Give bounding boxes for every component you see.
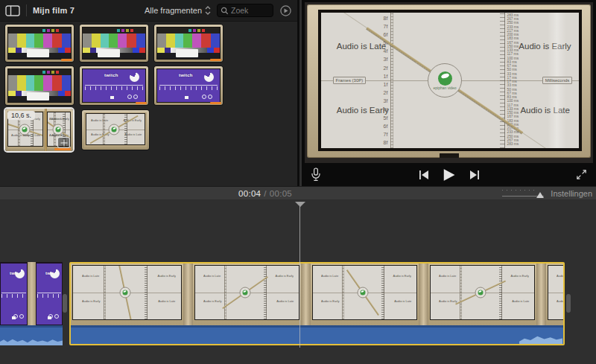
ms-axis-label: Milliseconds <box>542 77 573 84</box>
thumbnail-colorbars-3[interactable] <box>154 25 223 62</box>
thumbnail-sync-1[interactable]: 10,6 s. Audio is LateAudio is EarlyAudio… <box>5 109 73 151</box>
quadrant-label-tr: Audio is Early <box>393 275 411 278</box>
film-frame: Audio is LateAudio is EarlyAudio is Earl… <box>71 264 183 325</box>
square-graphic <box>110 96 114 99</box>
sidebar-toggle-button[interactable] <box>5 5 20 16</box>
epiphan-logo-text: epiphan video <box>434 86 457 90</box>
epiphan-logo <box>56 127 61 132</box>
quadrant-label-br: Audio is Late <box>276 300 294 303</box>
quadrant-label-br: Audio is Late <box>159 300 176 303</box>
quadrant-label-bl: Audio is Early <box>203 300 221 303</box>
sync-circle-logo <box>53 124 64 135</box>
filter-menu-button[interactable] <box>279 4 292 17</box>
fullscreen-button[interactable] <box>576 169 587 180</box>
frames-tick-label: 8f <box>371 16 387 21</box>
thumbnail-colorbars-2[interactable] <box>80 25 148 62</box>
quadrant-label-tl: Audio is Late <box>557 275 565 278</box>
clip-filter-dropdown[interactable]: Alle fragmenten <box>145 5 211 16</box>
frames-scale-line <box>342 266 344 319</box>
timecode-total: 00:05 <box>270 189 292 198</box>
frames-scale-line <box>390 13 393 148</box>
sync-circle-logo <box>239 287 250 298</box>
sync-test-pattern: Audio is LateAudio is EarlyAudio is Earl… <box>194 265 299 320</box>
frames-scale-line <box>224 266 226 319</box>
frame-bezel-gap <box>419 264 428 325</box>
ms-tick-label: 283 ms <box>507 143 519 147</box>
epiphan-logo <box>438 71 452 86</box>
epiphan-logo <box>242 290 247 296</box>
frames-scale-line <box>104 266 106 319</box>
quadrant-label-br: Audio is Late <box>394 300 411 303</box>
timecode-current: 00:04 <box>238 189 261 198</box>
quadrant-label-tl: Audio is Late <box>439 275 456 278</box>
thumbnail-twitch-2[interactable]: twitch <box>154 66 223 105</box>
frames-tick-label: 7f <box>371 24 387 29</box>
previous-frame-button[interactable] <box>419 170 428 179</box>
search-field[interactable] <box>217 4 273 17</box>
timecode-separator: / <box>264 189 267 198</box>
project-title: Mijn film 7 <box>33 6 74 15</box>
ruler-graphic <box>85 85 142 91</box>
film-frame: twitch <box>0 262 28 325</box>
sync-circle-logo <box>357 287 368 298</box>
thumbnail-colorbars-4[interactable] <box>5 66 74 105</box>
monitor-bezel: Audio is LateAudio is EarlyAudio is Earl… <box>307 4 591 158</box>
quadrant-label-br: Audio is Late <box>512 300 529 303</box>
quadrant-label-tr: Audio is Early <box>511 275 529 278</box>
sync-circle-logo <box>109 124 120 135</box>
timeline-clip-selected[interactable]: Audio is LateAudio is EarlyAudio is Earl… <box>69 262 565 345</box>
sync-test-pattern: Audio is LateAudio is EarlyAudio is Earl… <box>86 113 145 145</box>
play-icon <box>443 169 454 181</box>
frame-bezel-gap <box>183 264 193 325</box>
next-frame-button[interactable] <box>469 170 479 179</box>
filmstrip: Audio is LateAudio is EarlyAudio is Earl… <box>71 264 563 325</box>
duration-badge: 10,6 s. <box>7 111 35 120</box>
video-frame: Audio is LateAudio is EarlyAudio is Earl… <box>305 2 593 163</box>
expand-icon <box>576 169 587 180</box>
ms-scale-line <box>264 266 267 319</box>
settings-button[interactable]: Instellingen <box>551 189 592 198</box>
search-input[interactable] <box>231 6 267 15</box>
sync-circle-logo <box>119 287 130 298</box>
slider-thumb[interactable] <box>536 192 544 198</box>
film-frame: Audio is LateAudio is EarlyAudio is Earl… <box>428 264 536 325</box>
monitor-stand <box>440 153 459 158</box>
clip-browser: Mijn film 7 Alle fragmenten <box>0 0 299 186</box>
frames-tick-label: 8f <box>371 140 387 145</box>
clip-edge-handle-right[interactable] <box>566 294 571 313</box>
clip-edge-handle-left[interactable] <box>63 294 67 313</box>
quadrant-label-bl: Audio is Early <box>557 300 565 303</box>
quadrant-label-tl: Audio is Late <box>321 275 338 278</box>
add-to-timeline-button[interactable] <box>57 137 70 148</box>
imovie-window: Mijn film 7 Alle fragmenten <box>0 0 596 364</box>
sync-test-pattern: Audio is LateAudio is EarlyAudio is Earl… <box>312 265 417 320</box>
thumbnail-sync-2[interactable]: Audio is LateAudio is EarlyAudio is Earl… <box>82 110 149 150</box>
epiphan-logo <box>478 290 483 296</box>
square-graphic <box>12 316 16 319</box>
timeline-zoom-slider[interactable] <box>502 189 544 198</box>
sync-circle-logo <box>475 287 486 298</box>
timeline-clip-twitch[interactable]: twitch twitch <box>0 262 63 345</box>
thumbnail-twitch-1[interactable]: twitch <box>80 66 148 105</box>
play-button[interactable] <box>443 169 454 181</box>
twitch-logo-text: twitch <box>179 73 193 78</box>
frames-tick-label: 5f <box>371 115 387 121</box>
ruler-graphic <box>1 293 25 298</box>
ms-scale-line <box>381 266 384 319</box>
colorbars-image <box>7 68 72 103</box>
clip-filter-label: Alle fragmenten <box>145 6 202 15</box>
playhead[interactable] <box>295 202 305 207</box>
frames-tick-label: 2f <box>371 66 387 71</box>
timeline[interactable]: twitch twitch Audio is LateAudio is Earl… <box>0 202 596 364</box>
timecode-display: 00:04 / 00:05 <box>238 189 292 198</box>
sync-circle-logo: epiphan video <box>428 63 462 98</box>
chevron-updown-icon <box>205 5 211 16</box>
twitch-logo-text: twitch <box>104 73 118 78</box>
record-voiceover-button[interactable] <box>311 167 321 182</box>
quadrant-label-bl: Audio is Early <box>321 300 339 303</box>
thumbnail-colorbars-1[interactable] <box>5 25 74 62</box>
sync-filmstrip: Audio is LateAudio is EarlyAudio is Earl… <box>84 112 147 147</box>
quadrant-label-bl: Audio is Early <box>439 300 457 303</box>
plus-icon <box>60 139 67 146</box>
slider-ticks <box>502 190 538 191</box>
